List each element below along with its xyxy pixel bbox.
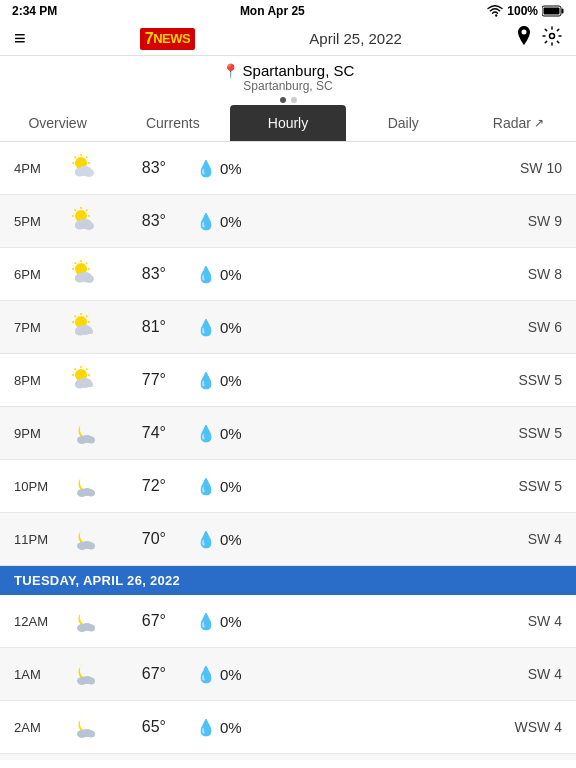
weather-row-3am: 3AM 65° 💧 0% SW 4 bbox=[0, 754, 576, 760]
tuesday-header: TUESDAY, APRIL 26, 2022 bbox=[0, 566, 576, 595]
precip-1am: 💧 0% bbox=[196, 665, 276, 684]
precip-val-8pm: 0% bbox=[220, 372, 242, 389]
temp-8pm: 77° bbox=[106, 371, 166, 389]
precip-val-5pm: 0% bbox=[220, 213, 242, 230]
drop-icon: 💧 bbox=[196, 159, 216, 178]
time-8pm: 8PM bbox=[14, 373, 60, 388]
location-pin-icon[interactable] bbox=[516, 26, 532, 51]
tab-overview[interactable]: Overview bbox=[0, 105, 115, 141]
svg-line-51 bbox=[86, 369, 88, 371]
logo-text: NEWS bbox=[153, 31, 190, 46]
location-sub: Spartanburg, SC bbox=[0, 79, 576, 93]
icon-9pm bbox=[60, 415, 106, 451]
svg-line-41 bbox=[75, 316, 77, 318]
weather-row-1am: 1AM 67° 💧 0% SW 4 bbox=[0, 648, 576, 701]
dot-1 bbox=[280, 97, 286, 103]
icon-5pm bbox=[60, 203, 106, 239]
logo: 7 NEWS bbox=[140, 28, 195, 50]
precip-val-10pm: 0% bbox=[220, 478, 242, 495]
weather-row-8pm: 8PM 77° 💧 0% SSW 5 bbox=[0, 354, 576, 407]
settings-icon[interactable] bbox=[542, 26, 562, 51]
time-5pm: 5PM bbox=[14, 214, 60, 229]
wind-10pm: SSW 5 bbox=[518, 478, 562, 494]
time-1am: 1AM bbox=[14, 667, 60, 682]
precip-2am: 💧 0% bbox=[196, 718, 276, 737]
wind-7pm: SW 6 bbox=[528, 319, 562, 335]
svg-line-42 bbox=[86, 316, 88, 318]
precip-val-2am: 0% bbox=[220, 719, 242, 736]
weather-row-5pm: 5PM 83° 💧 0% SW 9 bbox=[0, 195, 576, 248]
precip-val-7pm: 0% bbox=[220, 319, 242, 336]
time-6pm: 6PM bbox=[14, 267, 60, 282]
svg-rect-45 bbox=[75, 329, 93, 334]
wifi-icon bbox=[487, 5, 503, 17]
time-10pm: 10PM bbox=[14, 479, 60, 494]
wind-9pm: SSW 5 bbox=[518, 425, 562, 441]
weather-row-9pm: 9PM 74° 💧 0% SSW 5 bbox=[0, 407, 576, 460]
svg-line-22 bbox=[86, 210, 88, 212]
icon-10pm bbox=[60, 468, 106, 504]
svg-line-9 bbox=[75, 157, 77, 159]
wind-12am: SW 4 bbox=[528, 613, 562, 629]
radar-label: Radar bbox=[493, 115, 531, 131]
precip-5pm: 💧 0% bbox=[196, 212, 276, 231]
header-action-icons bbox=[516, 26, 562, 51]
svg-point-3 bbox=[549, 34, 554, 39]
header: ≡ 7 NEWS April 25, 2022 bbox=[0, 22, 576, 56]
svg-line-11 bbox=[86, 157, 88, 159]
svg-rect-2 bbox=[544, 8, 560, 15]
precip-val-6pm: 0% bbox=[220, 266, 242, 283]
wind-4pm: SW 10 bbox=[520, 160, 562, 176]
tab-hourly[interactable]: Hourly bbox=[230, 105, 345, 141]
precip-10pm: 💧 0% bbox=[196, 477, 276, 496]
wind-8pm: SSW 5 bbox=[518, 372, 562, 388]
wind-11pm: SW 4 bbox=[528, 531, 562, 547]
wind-2am: WSW 4 bbox=[515, 719, 562, 735]
location-bar: 📍 Spartanburg, SC Spartanburg, SC bbox=[0, 56, 576, 105]
time-4pm: 4PM bbox=[14, 161, 60, 176]
wind-6pm: SW 8 bbox=[528, 266, 562, 282]
wind-1am: SW 4 bbox=[528, 666, 562, 682]
temp-7pm: 81° bbox=[106, 318, 166, 336]
temp-12am: 67° bbox=[106, 612, 166, 630]
precip-12am: 💧 0% bbox=[196, 612, 276, 631]
precip-4pm: 💧 0% bbox=[196, 159, 276, 178]
precip-6pm: 💧 0% bbox=[196, 265, 276, 284]
svg-line-31 bbox=[75, 263, 77, 265]
time-9pm: 9PM bbox=[14, 426, 60, 441]
icon-8pm bbox=[60, 362, 106, 398]
icon-2am bbox=[60, 709, 106, 745]
svg-line-50 bbox=[75, 369, 77, 371]
location-city: Spartanburg, SC bbox=[243, 62, 355, 79]
location-main: 📍 Spartanburg, SC bbox=[0, 62, 576, 79]
precip-9pm: 💧 0% bbox=[196, 424, 276, 443]
precip-7pm: 💧 0% bbox=[196, 318, 276, 337]
time-7pm: 7PM bbox=[14, 320, 60, 335]
svg-line-21 bbox=[75, 210, 77, 212]
header-date: April 25, 2022 bbox=[309, 30, 402, 47]
svg-rect-62 bbox=[78, 491, 94, 495]
precip-val-12am: 0% bbox=[220, 613, 242, 630]
svg-rect-78 bbox=[78, 732, 94, 736]
temp-1am: 67° bbox=[106, 665, 166, 683]
weather-row-4pm: 4PM 83° 💧 0% SW 10 bbox=[0, 142, 576, 195]
precip-val-4pm: 0% bbox=[220, 160, 242, 177]
tab-daily[interactable]: Daily bbox=[346, 105, 461, 141]
tab-radar[interactable]: Radar ↗ bbox=[461, 105, 576, 141]
icon-11pm bbox=[60, 521, 106, 557]
svg-rect-1 bbox=[562, 9, 564, 14]
radar-share-icon: ↗ bbox=[534, 116, 544, 130]
svg-rect-66 bbox=[78, 544, 94, 548]
temp-4pm: 83° bbox=[106, 159, 166, 177]
battery-text: 100% bbox=[507, 4, 538, 18]
icon-1am bbox=[60, 656, 106, 692]
tab-currents[interactable]: Currents bbox=[115, 105, 230, 141]
svg-line-32 bbox=[86, 263, 88, 265]
svg-rect-74 bbox=[78, 679, 94, 683]
drop-icon-5pm: 💧 bbox=[196, 212, 216, 231]
menu-button[interactable]: ≡ bbox=[14, 27, 26, 50]
status-time: 2:34 PM bbox=[12, 4, 57, 18]
temp-10pm: 72° bbox=[106, 477, 166, 495]
weather-row-2am: 2AM 65° 💧 0% WSW 4 bbox=[0, 701, 576, 754]
battery-icon bbox=[542, 5, 564, 17]
